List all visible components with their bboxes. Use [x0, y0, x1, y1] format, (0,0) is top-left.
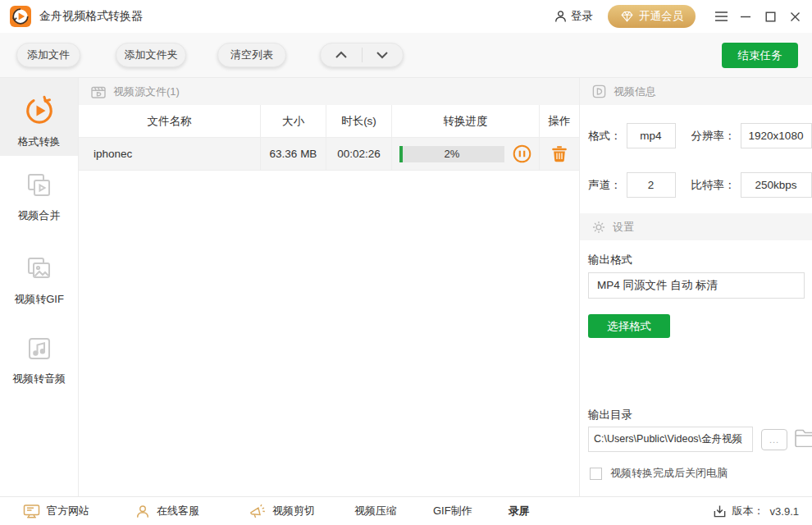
update-download-icon — [713, 504, 727, 518]
version-label: 版本： — [732, 504, 764, 518]
menu-icon[interactable] — [709, 5, 733, 28]
cell-operation — [540, 138, 579, 170]
table-header-row: 文件名称 大小 时长(s) 转换进度 操作 — [79, 105, 579, 138]
delete-button[interactable] — [551, 145, 568, 162]
gif-maker-label: GIF制作 — [433, 504, 472, 518]
video-compress-link[interactable]: 视频压缩 — [354, 504, 397, 518]
screen-record-label: 录屏 — [509, 504, 530, 518]
output-format-field[interactable]: MP4 同源文件 自动 标清 — [588, 272, 805, 299]
info-row-format-resolution: 格式： mp4 分辨率： 1920x1080 — [580, 123, 812, 148]
settings-header: 设置 — [580, 213, 812, 240]
login-label: 登录 — [571, 9, 593, 24]
video-info-title: 视频信息 — [614, 84, 656, 99]
maximize-button[interactable] — [758, 5, 782, 28]
video-cut-link[interactable]: 视频剪切 — [249, 503, 315, 519]
format-value: mp4 — [627, 123, 676, 148]
shutdown-checkbox[interactable] — [590, 468, 602, 480]
vip-button[interactable]: 开通会员 — [608, 5, 696, 28]
move-down-button[interactable] — [362, 43, 403, 66]
clear-list-button[interactable]: 清空列表 — [217, 43, 286, 67]
minimize-button[interactable] — [733, 5, 758, 28]
move-up-button[interactable] — [321, 43, 362, 66]
person-icon — [554, 9, 568, 24]
person-icon — [135, 504, 150, 519]
version-value: v3.9.1 — [770, 505, 799, 518]
app-title: 金舟视频格式转换器 — [39, 9, 143, 24]
video-info-icon — [591, 84, 607, 99]
settings-title: 设置 — [613, 220, 634, 235]
cell-progress: 2% — [392, 138, 540, 170]
choose-format-button[interactable]: 选择格式 — [588, 314, 670, 338]
source-files-header: 视频源文件(1) — [79, 78, 579, 105]
video-to-gif-icon — [0, 253, 78, 285]
official-site-label: 官方网站 — [47, 504, 89, 518]
pause-button[interactable] — [513, 144, 531, 163]
bitrate-label: 比特率： — [691, 178, 736, 193]
sidebar-item-label: 视频转音频 — [0, 372, 78, 386]
sidebar-item-video-to-gif[interactable]: 视频转GIF — [0, 253, 78, 321]
add-file-button[interactable]: 添加文件 — [16, 43, 80, 67]
col-header-duration: 时长(s) — [326, 105, 392, 137]
sidebar-item-video-to-audio[interactable]: 视频转音频 — [0, 333, 78, 400]
format-label: 格式： — [588, 129, 622, 144]
screen-record-link[interactable]: 录屏 — [509, 504, 530, 518]
output-format-value: MP4 同源文件 自动 标清 — [597, 278, 718, 293]
gif-maker-link[interactable]: GIF制作 — [433, 504, 472, 518]
col-header-filename: 文件名称 — [79, 105, 261, 137]
progress-bar: 2% — [399, 146, 504, 162]
shutdown-label: 视频转换完成后关闭电脑 — [610, 466, 728, 481]
sidebar: 格式转换 视频合并 视频转GIF — [0, 78, 79, 496]
resolution-value: 1920x1080 — [741, 123, 812, 148]
cell-size: 63.36 MB — [261, 138, 326, 170]
titlebar-right: 登录 开通会员 — [554, 5, 812, 28]
cell-filename: iphonec — [79, 138, 261, 170]
monitor-icon — [23, 504, 40, 519]
channels-label: 声道： — [588, 178, 622, 193]
app-logo-icon — [10, 6, 31, 27]
browse-button[interactable]: ... — [761, 429, 787, 450]
cell-duration: 00:02:26 — [326, 138, 392, 170]
online-service-link[interactable]: 在线客服 — [135, 504, 199, 519]
col-header-size: 大小 — [261, 105, 326, 137]
sidebar-item-label: 视频转GIF — [0, 292, 78, 307]
clapperboard-icon — [90, 84, 107, 100]
sidebar-item-format-convert[interactable]: 格式转换 — [0, 78, 78, 156]
official-site-link[interactable]: 官方网站 — [23, 504, 89, 519]
video-compress-label: 视频压缩 — [354, 504, 397, 518]
info-row-channels-bitrate: 声道： 2 比特率： 250kbps — [580, 172, 812, 198]
toolbar: 添加文件 添加文件夹 清空列表 结束任务 — [0, 33, 812, 78]
source-files-title: 视频源文件(1) — [113, 84, 180, 99]
online-service-label: 在线客服 — [157, 504, 199, 518]
version-area[interactable]: 版本：v3.9.1 — [713, 504, 799, 518]
diamond-icon — [620, 10, 634, 23]
video-info-header: 视频信息 — [580, 78, 812, 105]
login-button[interactable]: 登录 — [554, 9, 593, 24]
footer-bar: 官方网站 在线客服 视频剪切 视频压缩 GIF制作 录屏 — [0, 496, 812, 525]
title-bar: 金舟视频格式转换器 登录 开通会员 — [0, 0, 812, 33]
progress-text: 2% — [399, 146, 504, 162]
end-task-button[interactable]: 结束任务 — [722, 43, 798, 68]
output-dir-value: C:\Users\Public\Videos\金舟视频 — [594, 432, 742, 446]
resolution-label: 分辨率： — [691, 129, 736, 144]
format-convert-icon — [0, 94, 78, 127]
output-dir-field[interactable]: C:\Users\Public\Videos\金舟视频 — [588, 427, 753, 452]
col-header-progress: 转换进度 — [392, 105, 540, 137]
shutdown-option[interactable]: 视频转换完成后关闭电脑 — [590, 466, 728, 481]
output-dir-label: 输出目录 — [588, 408, 632, 422]
video-merge-icon — [0, 170, 78, 201]
table-row[interactable]: iphonec 63.36 MB 00:02:26 2% — [79, 138, 579, 171]
info-settings-panel: 视频信息 格式： mp4 分辨率： 1920x1080 声道： 2 比特率： 2… — [579, 78, 812, 496]
file-list-panel: 视频源文件(1) 文件名称 大小 时长(s) 转换进度 操作 iphonec 6… — [79, 78, 579, 496]
output-format-label: 输出格式 — [588, 253, 632, 267]
sidebar-item-label: 视频合并 — [0, 208, 78, 223]
bitrate-value: 250kbps — [741, 172, 812, 198]
sidebar-item-label: 格式转换 — [0, 135, 78, 149]
megaphone-icon — [249, 503, 266, 519]
add-folder-button[interactable]: 添加文件夹 — [116, 43, 186, 67]
vip-label: 开通会员 — [639, 9, 683, 24]
sidebar-item-video-merge[interactable]: 视频合并 — [0, 170, 78, 237]
video-cut-label: 视频剪切 — [272, 504, 315, 518]
open-folder-button[interactable] — [794, 428, 812, 447]
close-button[interactable] — [782, 5, 807, 28]
channels-value: 2 — [627, 172, 676, 198]
